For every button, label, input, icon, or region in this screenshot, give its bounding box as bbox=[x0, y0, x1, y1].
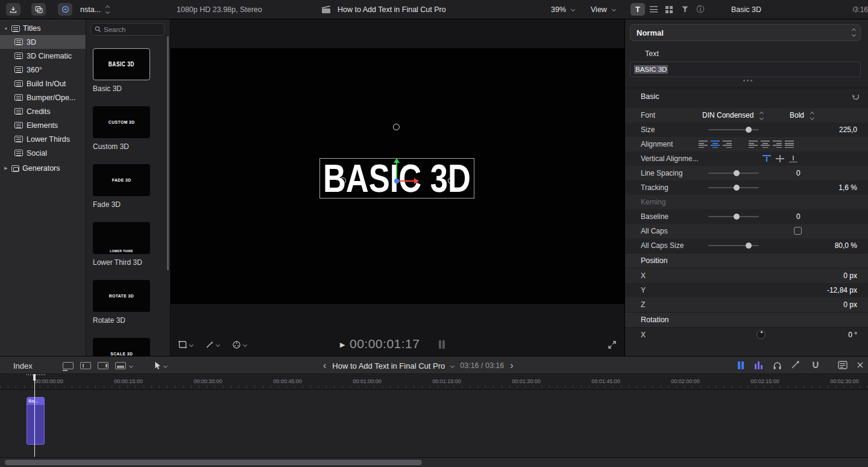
slider-thumb[interactable] bbox=[734, 214, 740, 220]
title-thumbnail-basic-3d[interactable]: BASIC 3D bbox=[93, 48, 150, 80]
sidebar-item-credits[interactable]: Credits bbox=[0, 104, 86, 118]
tracking-value[interactable]: 1,6 % bbox=[838, 180, 857, 195]
effects-browser-icon[interactable] bbox=[58, 3, 72, 16]
timeline-track-area[interactable]: Ba... bbox=[0, 390, 868, 457]
sidebar-item-build-in-out[interactable]: Build In/Out bbox=[0, 77, 86, 91]
insert-clip-button[interactable] bbox=[80, 362, 91, 369]
tab-color-inspector[interactable] bbox=[678, 3, 692, 16]
justify-full-button[interactable] bbox=[785, 141, 794, 148]
position-section-header[interactable]: Position bbox=[625, 253, 868, 268]
solo-button[interactable] bbox=[773, 361, 782, 370]
all-caps-checkbox[interactable] bbox=[794, 227, 802, 235]
disclosure-open-icon[interactable]: ▼ bbox=[4, 27, 8, 31]
textfield-resize-handle[interactable] bbox=[747, 80, 749, 81]
titles-header[interactable]: ▼ Titles bbox=[0, 22, 86, 35]
panel-toggle-button[interactable] bbox=[838, 361, 848, 369]
left-handle[interactable] bbox=[339, 177, 346, 184]
search-box[interactable] bbox=[90, 23, 165, 36]
play-button[interactable]: ▶ bbox=[340, 341, 345, 349]
font-family-updown-icon[interactable] bbox=[760, 112, 763, 119]
title-thumbnail-custom-3d[interactable]: CUSTOM 3D bbox=[93, 106, 150, 138]
title-thumbnail-lower-third-3d[interactable]: LOWER THIRD bbox=[93, 222, 150, 254]
tab-text-inspector[interactable]: T bbox=[631, 3, 645, 16]
right-handle[interactable] bbox=[448, 177, 454, 184]
sidebar-item-3d[interactable]: 3D bbox=[0, 35, 86, 49]
slider-thumb[interactable] bbox=[746, 127, 752, 133]
line-spacing-value[interactable]: 0 bbox=[796, 166, 800, 180]
valign-bottom-button[interactable] bbox=[789, 155, 797, 162]
next-project-button[interactable]: › bbox=[510, 361, 513, 370]
rotation-section-header[interactable]: Rotation bbox=[625, 312, 868, 328]
y-axis-arrow-icon[interactable] bbox=[394, 158, 400, 163]
audio-meters-button[interactable] bbox=[738, 361, 740, 369]
overwrite-clip-button[interactable] bbox=[115, 362, 126, 369]
size-value[interactable]: 225,0 bbox=[839, 122, 857, 137]
zoom-dropdown[interactable]: 39% bbox=[551, 5, 566, 14]
position-z-value[interactable]: 0 px bbox=[843, 297, 857, 312]
align-center-button[interactable] bbox=[711, 141, 720, 148]
title-thumbnail-scale-3d[interactable]: SCALE 3D bbox=[93, 338, 150, 356]
disclosure-closed-icon[interactable]: ▶ bbox=[4, 166, 8, 171]
x-axis-arrow-icon[interactable] bbox=[414, 178, 419, 184]
effects-tool-dropdown[interactable] bbox=[232, 340, 247, 349]
tracking-slider[interactable] bbox=[708, 187, 759, 188]
tab-info-inspector[interactable]: ⓘ bbox=[693, 3, 708, 16]
close-timeline-button[interactable] bbox=[856, 361, 864, 369]
reset-section-button[interactable] bbox=[852, 93, 860, 101]
timeline-hscrollbar[interactable] bbox=[0, 457, 868, 467]
transform-center-handle[interactable] bbox=[394, 179, 399, 183]
position-x-value[interactable]: 0 px bbox=[843, 268, 857, 283]
title-thumbnail-fade-3d[interactable]: FADE 3D bbox=[93, 164, 150, 196]
viewer-timecode[interactable]: 00:00:01:17 bbox=[350, 337, 420, 351]
all-caps-size-slider[interactable] bbox=[708, 245, 759, 246]
photos-audio-icon[interactable] bbox=[31, 3, 46, 16]
position-y-value[interactable]: -12,84 px bbox=[827, 283, 857, 297]
font-style-dropdown[interactable]: Bold bbox=[790, 108, 804, 122]
size-slider[interactable] bbox=[708, 129, 759, 130]
baseline-slider[interactable] bbox=[708, 216, 759, 217]
sidebar-item-elements[interactable]: Elements bbox=[0, 118, 86, 132]
audio-meters-mini-icon[interactable] bbox=[439, 340, 441, 349]
append-clip-button[interactable] bbox=[98, 362, 108, 369]
project-chevron-icon[interactable] bbox=[450, 363, 454, 367]
previous-project-button[interactable]: ‹ bbox=[323, 361, 326, 370]
hscrollbar-thumb[interactable] bbox=[5, 460, 422, 465]
baseline-value[interactable]: 0 bbox=[796, 209, 800, 224]
valign-middle-button[interactable] bbox=[776, 155, 784, 162]
import-media-icon[interactable] bbox=[6, 3, 20, 16]
audio-skimming-button[interactable] bbox=[755, 361, 763, 369]
slider-thumb[interactable] bbox=[746, 243, 752, 249]
align-right-button[interactable] bbox=[723, 141, 732, 148]
basic-section-header[interactable]: Basic bbox=[625, 88, 868, 104]
enhance-tool-dropdown[interactable] bbox=[205, 340, 219, 349]
sidebar-item-bumper-opener[interactable]: Bumper/Ope... bbox=[0, 91, 86, 104]
generators-header[interactable]: ▶ Generators bbox=[0, 162, 86, 175]
index-button[interactable]: Index bbox=[13, 361, 33, 370]
line-spacing-slider[interactable] bbox=[708, 173, 759, 174]
snapping-button[interactable] bbox=[811, 361, 820, 369]
playhead[interactable] bbox=[34, 374, 35, 457]
sidebar-item-social[interactable]: Social bbox=[0, 146, 86, 160]
tab-video-inspector[interactable] bbox=[662, 3, 676, 16]
rotation-x-value[interactable]: 0 ° bbox=[848, 328, 857, 342]
title-text-input[interactable]: BASIC 3D bbox=[630, 62, 861, 77]
slider-thumb[interactable] bbox=[734, 185, 740, 191]
justify-left-button[interactable] bbox=[749, 141, 758, 148]
skimming-button[interactable] bbox=[791, 361, 800, 369]
rotation-x-dial[interactable] bbox=[756, 330, 766, 339]
all-caps-size-value[interactable]: 80,0 % bbox=[835, 238, 857, 253]
sidebar-item-3d-cinematic[interactable]: 3D Cinematic bbox=[0, 49, 86, 63]
font-family-dropdown[interactable]: DIN Condensed bbox=[702, 108, 753, 122]
fullscreen-button[interactable] bbox=[608, 340, 617, 349]
justify-center-button[interactable] bbox=[761, 141, 770, 148]
edit-tools-chevron-icon[interactable] bbox=[129, 364, 133, 368]
timeline-project-title[interactable]: How to Add Text in Final Cut Pro bbox=[332, 361, 445, 370]
timeline-clip-basic-3d[interactable]: Ba... bbox=[27, 397, 45, 445]
search-input[interactable] bbox=[104, 26, 160, 33]
justify-right-button[interactable] bbox=[773, 141, 782, 148]
sidebar-item-360[interactable]: 360° bbox=[0, 63, 86, 77]
align-left-button[interactable] bbox=[699, 141, 708, 148]
text-style-preset-dropdown[interactable]: Normal bbox=[630, 24, 861, 41]
anchor-handle[interactable] bbox=[393, 124, 400, 130]
connect-clip-button[interactable] bbox=[63, 362, 74, 369]
